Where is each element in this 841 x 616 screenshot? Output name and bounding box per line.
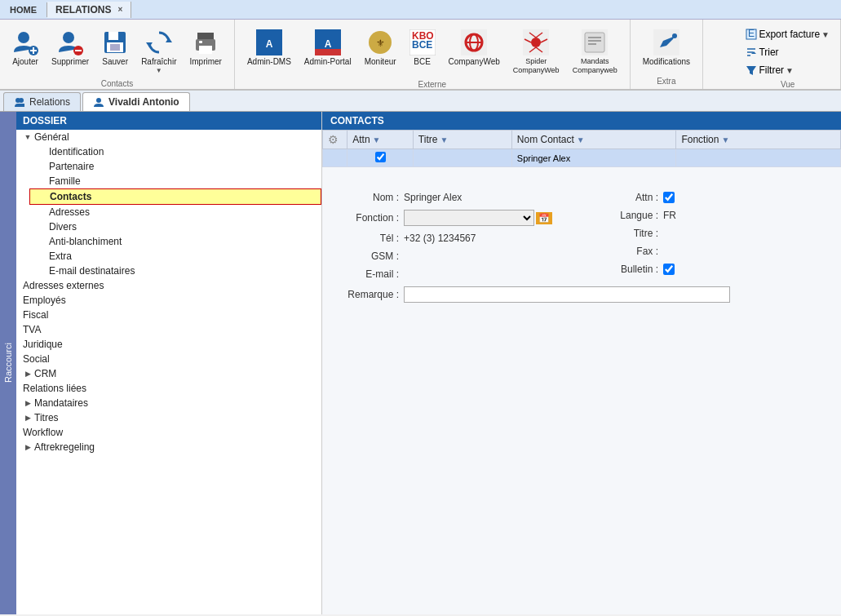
- tab-relations-label: Relations: [29, 96, 70, 108]
- titre-filter-icon[interactable]: ▼: [440, 135, 448, 144]
- contact-row-1[interactable]: Springer Alex: [323, 149, 841, 167]
- tree-tva[interactable]: TVA: [16, 322, 321, 337]
- vivaldi-tab-icon: [93, 96, 104, 108]
- tree-adresses[interactable]: Adresses: [29, 205, 321, 219]
- trier-button[interactable]: Trier: [741, 44, 834, 60]
- tree-contacts[interactable]: Contacts: [29, 188, 321, 205]
- moniteur-label: Moniteur: [365, 57, 396, 67]
- tree-crm[interactable]: ▶ CRM: [16, 366, 321, 381]
- moniteur-icon: ⚜: [367, 29, 393, 55]
- tree-mandataires[interactable]: ▶ Mandataires: [16, 396, 321, 410]
- spider-button[interactable]: SpiderCompanyWeb: [507, 26, 565, 78]
- ajouter-label: Ajouter: [12, 57, 38, 67]
- tree-relations-liees[interactable]: Relations liées: [16, 381, 321, 396]
- rafraichir-button[interactable]: Rafraîchir ▼: [135, 26, 182, 78]
- tree-divers[interactable]: Divers: [29, 219, 321, 234]
- svg-point-55: [96, 98, 101, 103]
- svg-rect-21: [315, 49, 341, 55]
- tree-social[interactable]: Social: [16, 352, 321, 366]
- tree-titres[interactable]: ▶ Titres: [16, 410, 321, 425]
- bce-button[interactable]: KBO BCE BCE: [404, 26, 441, 70]
- tree-email-destinataires[interactable]: E-mail destinataires: [29, 264, 321, 278]
- modifications-button[interactable]: Modifications: [637, 26, 696, 70]
- supprimer-button[interactable]: Supprimer: [46, 26, 95, 70]
- gear-icon[interactable]: ⚙: [328, 133, 339, 146]
- tree-general[interactable]: ▼ Général: [16, 130, 321, 144]
- tree-aftrekregeling[interactable]: ▶ Aftrekregeling: [16, 440, 321, 454]
- svg-rect-10: [110, 44, 120, 51]
- moniteur-button[interactable]: ⚜ Moniteur: [359, 26, 402, 70]
- fonction-filter-icon[interactable]: ▼: [721, 135, 729, 144]
- attn-filter-icon[interactable]: ▼: [373, 135, 381, 144]
- detail-left-col: Nom : Springer Alex Fonction : 📅 Tél : +…: [339, 192, 565, 286]
- close-tab-button[interactable]: ×: [117, 5, 122, 14]
- fonction-row: Fonction : 📅: [339, 210, 565, 226]
- relations-tab[interactable]: RELATIONS ×: [47, 2, 131, 18]
- remarque-label: Remarque :: [339, 289, 404, 300]
- row1-nom: Springer Alex: [511, 149, 676, 167]
- relations-tab-icon: [14, 96, 25, 108]
- tree-anti-blanchiment[interactable]: Anti-blanchiment: [29, 234, 321, 249]
- bulletin-checkbox[interactable]: [663, 264, 675, 275]
- tree-employes[interactable]: Employés: [16, 293, 321, 308]
- tree-juridique[interactable]: Juridique: [16, 337, 321, 352]
- ribbon-group-extra: Modifications Extra: [631, 20, 703, 89]
- row1-attn: [347, 149, 414, 167]
- raccourci-sidebar[interactable]: Raccourci: [0, 112, 16, 614]
- bce-label: BCE: [414, 57, 431, 67]
- imprimer-button[interactable]: Imprimer: [184, 26, 228, 70]
- svg-rect-8: [108, 32, 118, 40]
- col-nom-contact: Nom Contact ▼: [511, 131, 676, 149]
- admin-portal-icon: A: [315, 29, 341, 55]
- tree-famille[interactable]: Famille: [29, 174, 321, 188]
- col-attn: Attn ▼: [347, 131, 414, 149]
- vue-label: Vue: [741, 78, 834, 89]
- mandats-button[interactable]: MandatsCompanyweb: [567, 26, 623, 78]
- tel-value: +32 (3) 1234567: [404, 233, 476, 244]
- title-bar: HOME RELATIONS ×: [0, 0, 841, 20]
- svg-text:BCE: BCE: [412, 39, 432, 51]
- expand-mandataires: ▶: [23, 398, 33, 408]
- companyweb-icon: [461, 29, 487, 55]
- tree-partenaire[interactable]: Partenaire: [29, 159, 321, 174]
- tab-bar: Relations Vivaldi Antonio: [0, 91, 841, 112]
- row1-attn-checkbox[interactable]: [375, 152, 386, 162]
- export-facture-button[interactable]: E Export facture ▼: [741, 26, 834, 42]
- nom-value: Springer Alex: [404, 192, 462, 203]
- fonction-select[interactable]: [404, 210, 534, 226]
- tab-relations[interactable]: Relations: [3, 92, 81, 111]
- remarque-input[interactable]: [404, 286, 730, 303]
- sauver-button[interactable]: Sauver: [96, 26, 134, 70]
- tree-extra[interactable]: Extra: [29, 249, 321, 264]
- attn-label: Attn :: [598, 192, 663, 203]
- fax-row: Fax :: [598, 246, 825, 257]
- tree-identification[interactable]: Identification: [29, 144, 321, 159]
- svg-marker-52: [746, 66, 756, 75]
- tab-vivaldi[interactable]: Vivaldi Antonio: [82, 92, 190, 111]
- right-panel: CONTACTS ⚙ Attn ▼ Titre: [322, 112, 841, 614]
- filtrer-button[interactable]: Filtrer ▼: [741, 62, 834, 78]
- home-tab[interactable]: HOME: [0, 2, 47, 17]
- ajouter-icon: [12, 29, 38, 55]
- admin-portal-button[interactable]: A Admin-Portal: [299, 26, 357, 70]
- attn-checkbox[interactable]: [663, 192, 675, 203]
- nom-filter-icon[interactable]: ▼: [577, 135, 585, 144]
- admin-dms-button[interactable]: A Admin-DMS: [241, 26, 297, 70]
- langue-label: Langue :: [598, 210, 663, 221]
- fonction-cal-button[interactable]: 📅: [536, 212, 552, 224]
- imprimer-label: Imprimer: [190, 57, 222, 67]
- sauver-icon: [102, 29, 128, 55]
- expand-general: ▼: [23, 132, 33, 142]
- tree-fiscal[interactable]: Fiscal: [16, 308, 321, 322]
- tree-workflow[interactable]: Workflow: [16, 425, 321, 440]
- supprimer-label: Supprimer: [51, 57, 89, 67]
- tree-adresses-externes[interactable]: Adresses externes: [16, 278, 321, 293]
- svg-point-4: [63, 32, 74, 43]
- companyweb-button[interactable]: CompanyWeb: [443, 26, 506, 70]
- ajouter-button[interactable]: Ajouter: [7, 26, 44, 70]
- expand-titres: ▶: [23, 413, 33, 423]
- detail-form: Nom : Springer Alex Fonction : 📅 Tél : +…: [322, 184, 841, 317]
- svg-point-45: [672, 33, 677, 38]
- langue-value: FR: [663, 210, 676, 221]
- gsm-row: GSM :: [339, 250, 565, 262]
